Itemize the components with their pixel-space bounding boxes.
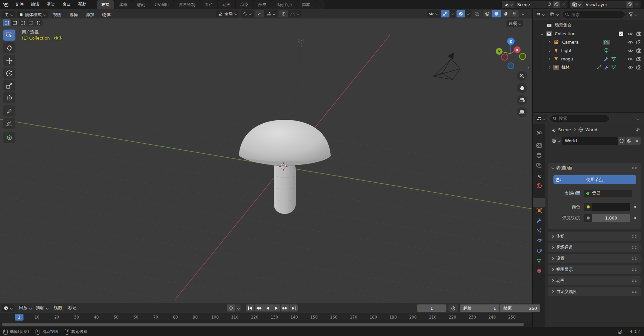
viewlayer-browse-button[interactable] [570,1,583,8]
render-visibility-icon[interactable] [636,40,641,44]
pan-button[interactable] [517,83,527,93]
use-preview-range-button[interactable] [448,304,458,312]
next-keyframe-button[interactable] [281,304,289,311]
pin-icon[interactable] [635,127,640,132]
tab-scene[interactable] [533,171,545,181]
menu-object[interactable]: 物体 [99,10,114,19]
workspace-tab-modeling[interactable]: 建模 [115,0,132,9]
playback-menu[interactable]: 回放 [17,304,34,312]
camera-object[interactable] [433,53,460,80]
world-browse-button[interactable] [550,137,562,144]
menu-edit[interactable]: 编辑 [27,0,43,9]
frame-start-field[interactable]: 起始 1 [460,304,499,312]
light-object[interactable] [299,38,304,47]
tool-transform[interactable] [3,92,15,103]
properties-editor-type-button[interactable] [535,115,547,122]
modifier-icon[interactable] [604,65,609,70]
select-mode-subtract-button[interactable] [19,19,26,26]
transform-orientation-dropdown[interactable]: 全局 [216,10,239,17]
select-mode-invert-button[interactable] [27,19,35,26]
panel-viewport-display[interactable]: 视图显示 [548,265,641,274]
fake-user-button[interactable] [618,137,625,145]
panel-custom-properties[interactable]: 自定义属性 [548,287,641,296]
camera-view-button[interactable] [517,95,527,105]
breadcrumb-world[interactable]: World [585,127,597,132]
world-copy-button[interactable] [626,137,633,145]
hide-eye-icon[interactable] [628,65,633,69]
viewport-canvas[interactable]: 用户透视 (1) Collection | 柱体 选项 [0,18,532,303]
play-reverse-button[interactable] [263,304,272,311]
show-overlays-button[interactable] [457,10,465,17]
tool-move[interactable] [3,55,15,66]
properties-search-input[interactable] [550,115,609,122]
strength-value[interactable]: 1.000 [592,214,630,222]
zoom-button[interactable] [517,71,527,81]
scene-name[interactable]: Scene [515,2,547,7]
properties-options-dropdown[interactable] [637,117,639,120]
timeline-scrollbar-thumb[interactable] [2,323,524,326]
hide-eye-icon[interactable] [628,49,633,53]
panel-mist[interactable]: 雾场通道 [548,243,641,252]
tool-add-cube[interactable] [3,132,15,143]
drag-dots[interactable] [632,268,637,271]
drag-dots[interactable] [632,235,637,238]
panel-volume[interactable]: 体积 [548,232,641,241]
xray-toggle-button[interactable] [472,10,482,17]
outliner-row-light[interactable]: Light [533,46,644,55]
auto-keying-dropdown[interactable] [235,304,241,311]
shading-material-button[interactable] [501,10,510,17]
render-visibility-icon[interactable] [636,57,641,61]
strength-keyframe-dot[interactable] [634,217,636,219]
shading-solid-button[interactable] [492,10,501,17]
tab-world[interactable] [533,181,545,191]
drag-dots[interactable] [632,257,637,260]
timeline-marker-menu[interactable]: 标记 [65,303,79,313]
editor-type-button[interactable] [2,11,15,18]
properties-search[interactable] [550,115,609,122]
active-camera-data-chip[interactable] [603,40,610,45]
drag-dots[interactable] [632,166,637,169]
menu-view[interactable]: 视图 [50,10,64,19]
outliner-filter-button[interactable] [627,11,639,18]
workspace-tab-scripting[interactable]: 脚本 [298,0,315,9]
timeline-ruler[interactable]: 1 10 20 30 40 50 60 70 80 90 100 110 120… [0,313,532,322]
world-name-field[interactable]: World [562,137,618,145]
previous-keyframe-button[interactable] [255,304,263,311]
show-gizmo-button[interactable] [441,10,449,17]
strength-field[interactable]: 1.000 [584,214,630,222]
modifier-icon[interactable] [604,57,608,61]
outliner-row-mogu[interactable]: mogu [533,55,644,63]
tab-output[interactable] [533,150,545,160]
outliner-editor-type-button[interactable] [535,11,547,18]
world-unlink-button[interactable]: ✕ [633,137,641,145]
gizmo-z-neg-handle[interactable] [508,63,514,69]
shading-wireframe-button[interactable] [483,10,492,17]
workspace-tab-uv[interactable]: UV编辑 [150,0,173,9]
gizmo-x-neg-handle[interactable] [502,54,508,60]
outliner-row-zhuti[interactable]: 柱体 [533,63,644,71]
surface-panel-header[interactable]: 表(曲)面 [548,163,641,173]
workspace-tab-sculpting[interactable]: 雕刻 [132,0,150,9]
mushroom-object[interactable] [239,120,331,214]
scene-unlink-button[interactable]: ✕ [560,1,568,8]
hide-eye-icon[interactable] [628,32,633,36]
use-nodes-button[interactable]: 使用节点 [553,175,636,184]
tab-tool[interactable] [533,128,545,138]
workspace-tab-animation[interactable]: 动画 [218,0,235,9]
workspace-tab-compositing[interactable]: 合成 [254,0,271,9]
render-visibility-icon[interactable] [636,65,641,69]
frame-end-field[interactable]: 结束 250 [500,304,540,312]
menu-file[interactable]: 文件 [11,0,27,9]
menu-select[interactable]: 选择 [66,10,81,19]
panel-settings[interactable]: 设置 [548,254,641,263]
snap-settings-dropdown[interactable] [264,10,277,17]
mesh-data-icon[interactable] [611,65,616,69]
current-frame-field[interactable]: 1 [417,304,446,312]
scene-copy-button[interactable] [553,1,560,8]
viewlayer-name[interactable]: ViewLayer [583,2,626,7]
outliner-search-input[interactable] [562,11,625,18]
keying-menu[interactable]: 插帧 [34,304,51,312]
tab-material[interactable] [533,266,545,276]
jump-to-end-button[interactable] [289,304,298,311]
viewlayer-copy-button[interactable] [626,1,633,8]
